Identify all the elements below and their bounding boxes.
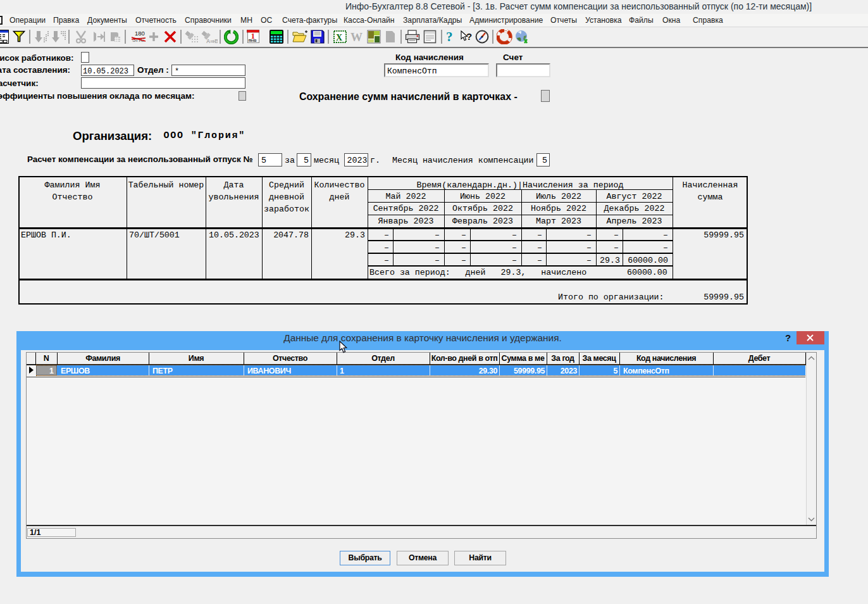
svg-text:X: X	[336, 33, 342, 42]
svg-text:ЯНВ: ЯНВ	[249, 39, 257, 42]
svg-text:?: ?	[466, 31, 472, 42]
svg-text:?: ?	[446, 29, 453, 44]
svg-text:А⇒В: А⇒В	[206, 38, 218, 44]
svg-text:W: W	[350, 30, 363, 44]
